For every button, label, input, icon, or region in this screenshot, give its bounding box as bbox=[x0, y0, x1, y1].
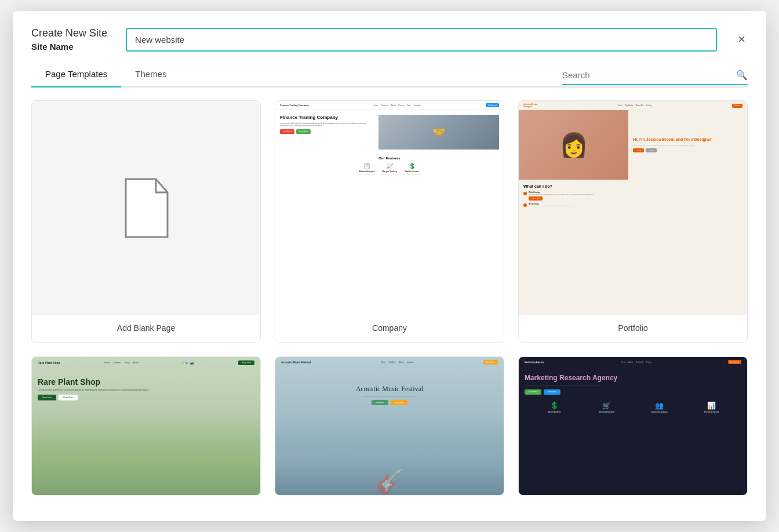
music-nav: Acoustic Music Festival HomeTimelineAbou… bbox=[275, 357, 504, 367]
marketing-hero-content: Marketing Research Agency Lorem ipsum do… bbox=[519, 367, 747, 418]
plant-hero-desc: Lorem ipsum dolor sit amet dolor, consec… bbox=[38, 389, 254, 391]
portfolio-nav-logo: Jessica BrownDesigner bbox=[523, 103, 538, 108]
templates-grid-top: Add Blank Page Finance Trading Company H… bbox=[31, 100, 748, 342]
music-hero-desc: Lorem ipsum dolor sit amet. Quisque et f… bbox=[281, 395, 498, 397]
blank-page-icon bbox=[120, 176, 172, 240]
company-features-title: Our Features bbox=[280, 156, 499, 160]
marketing-hero-title: Marketing Research Agency bbox=[525, 374, 741, 382]
plant-nav: Rare Plant Shop HomeFeaturesShopAbout f🐦… bbox=[32, 357, 260, 369]
marketing-feature-3: 👥 Competitor Analysis bbox=[635, 402, 683, 413]
company-features-grid: 📋 Market Analysis Lorem ipsum dolor sit … bbox=[280, 163, 499, 175]
market-analysis-icon: 📋 bbox=[358, 163, 376, 169]
template-card-music[interactable]: Acoustic Music Festival HomeTimelineAbou… bbox=[275, 356, 504, 495]
portfolio-skill-web-btn: See my Jobs bbox=[529, 196, 543, 201]
tab-page-templates[interactable]: Page Templates bbox=[31, 63, 121, 88]
company-hero-title: Finance Trading Company bbox=[280, 115, 374, 121]
company-feature-1-name: Market Analysis bbox=[358, 170, 376, 173]
marketing-feature-3-name: Competitor Analysis bbox=[635, 411, 683, 413]
portfolio-hero-btns: My Jobs Contact bbox=[633, 148, 742, 152]
template-card-marketing[interactable]: Marketing Agency HomeAboutResearchPricin… bbox=[518, 356, 748, 495]
portfolio-hero-desc: Lorem ipsum dolor sit amet, consectetur … bbox=[633, 144, 742, 146]
company-features: Our Features 📋 Market Analysis Lorem ips… bbox=[275, 153, 504, 178]
company-feature-2-desc: Lorem ipsum dolor sit amet. bbox=[381, 173, 399, 175]
portfolio-skill-dot-1 bbox=[523, 192, 527, 195]
portfolio-skill-web-desc: Use Mobirise website building software t… bbox=[529, 194, 594, 195]
site-name-label: Site Name bbox=[31, 42, 107, 52]
portfolio-skill-art-desc: Lorem ipsum dolor sit amet, consectetur … bbox=[529, 205, 574, 207]
portfolio-skill-art-content: Art Design Lorem ipsum dolor sit amet, c… bbox=[529, 203, 574, 207]
template-card-blank[interactable]: Add Blank Page bbox=[31, 100, 261, 342]
marketing-nav-cta: Get Started bbox=[728, 360, 741, 364]
company-hero-desc: Lorem ipsum dolor sit amet, consectetur … bbox=[280, 122, 374, 127]
company-preview-inner: Finance Trading Company HomeFeaturesAbou… bbox=[275, 101, 504, 315]
company-feature-3-desc: Lorem ipsum dolor sit amet. bbox=[403, 173, 421, 175]
portfolio-nav-cta: Contact bbox=[732, 104, 742, 108]
template-card-portfolio[interactable]: Jessica BrownDesigner HomeMy WorksAbout … bbox=[518, 100, 748, 342]
margin-trading-icon: 📈 bbox=[381, 163, 399, 169]
portfolio-skill-art: Art Design Lorem ipsum dolor sit amet, c… bbox=[523, 203, 742, 207]
music-preview: Acoustic Music Festival HomeTimelineAbou… bbox=[275, 357, 504, 495]
company-nav: Finance Trading Company HomeFeaturesAbou… bbox=[275, 101, 504, 110]
music-preview-inner: Acoustic Music Festival HomeTimelineAbou… bbox=[275, 357, 504, 495]
company-hero-text: Finance Trading Company Lorem ipsum dolo… bbox=[280, 115, 374, 134]
company-feature-3-name: Stable Income bbox=[403, 170, 421, 173]
portfolio-cta1: My Jobs bbox=[633, 148, 644, 152]
marketing-feature-4-name: Research Results bbox=[688, 411, 736, 413]
modal-header: Create New Site Site Name × bbox=[31, 27, 748, 52]
company-feature-2: 📈 Margin Trading Lorem ipsum dolor sit a… bbox=[381, 163, 399, 175]
company-nav-logo: Finance Trading Company bbox=[280, 104, 309, 107]
music-hero-content: Acoustic Music Festival Lorem ipsum dolo… bbox=[275, 367, 504, 411]
marketing-feature-1: 💲 Market Analysis bbox=[530, 402, 578, 413]
portfolio-preview: Jessica BrownDesigner HomeMy WorksAbout … bbox=[519, 101, 747, 315]
marketing-feature-4-icon: 📊 bbox=[688, 402, 736, 410]
blank-preview bbox=[32, 101, 260, 315]
music-btn1: Read More bbox=[372, 400, 388, 405]
portfolio-skills-left: What can i do? Web Design Use Mobirise w… bbox=[523, 184, 742, 209]
marketing-features: 💲 Market Analysis 🛒 Demand Research 👥 C bbox=[525, 402, 741, 413]
company-hero-btns: Get Started Read More bbox=[280, 129, 374, 134]
company-label: Company bbox=[275, 315, 504, 342]
marketing-nav: Marketing Agency HomeAboutResearchPricin… bbox=[519, 357, 747, 367]
portfolio-hero-text: Hi, I'm Jessica Brown and I'm a Designer… bbox=[628, 110, 747, 180]
company-preview: Finance Trading Company HomeFeaturesAbou… bbox=[275, 101, 504, 315]
portfolio-hero-img bbox=[519, 110, 628, 180]
blank-page-label: Add Blank Page bbox=[32, 315, 260, 342]
company-nav-links: HomeFeaturesAboutPricingTeamContacts bbox=[374, 104, 421, 107]
music-person-figure: 🎸 bbox=[375, 468, 404, 495]
marketing-feature-2-icon: 🛒 bbox=[583, 402, 631, 410]
marketing-feature-4: 📊 Research Results bbox=[688, 402, 736, 413]
tabs-search-row: Page Templates Themes 🔍 bbox=[31, 63, 748, 88]
company-cta1: Get Started bbox=[280, 129, 294, 134]
portfolio-nav: Jessica BrownDesigner HomeMy WorksAbout … bbox=[519, 101, 747, 110]
company-feature-2-name: Margin Trading bbox=[381, 170, 399, 173]
company-cta2: Read More bbox=[296, 129, 311, 134]
modal-title-block: Create New Site Site Name bbox=[31, 27, 107, 52]
tab-themes[interactable]: Themes bbox=[121, 63, 180, 88]
template-card-company[interactable]: Finance Trading Company HomeFeaturesAbou… bbox=[275, 100, 504, 342]
portfolio-skill-web: Web Design Use Mobirise website building… bbox=[523, 191, 742, 201]
company-feature-3: 💲 Stable Income Lorem ipsum dolor sit am… bbox=[403, 163, 421, 175]
company-hero-img bbox=[378, 115, 499, 150]
portfolio-nav-links: HomeMy WorksAbout MePricing bbox=[618, 104, 651, 107]
template-card-plant[interactable]: Rare Plant Shop HomeFeaturesShopAbout f🐦… bbox=[31, 356, 261, 495]
company-nav-cta: Get Started bbox=[486, 103, 499, 107]
marketing-feature-1-icon: 💲 bbox=[530, 402, 578, 410]
music-nav-cta: Buy Tickets bbox=[483, 360, 498, 365]
close-button[interactable]: × bbox=[736, 33, 748, 46]
marketing-feature-3-icon: 👥 bbox=[635, 402, 683, 410]
search-wrap: 🔍 bbox=[562, 70, 748, 85]
marketing-hero-btns: Get Started Read More bbox=[525, 389, 741, 395]
plant-hero-title: Rare Plant Shop bbox=[38, 378, 254, 387]
portfolio-hero: Hi, I'm Jessica Brown and I'm a Designer… bbox=[519, 110, 747, 180]
create-new-site-modal: Create New Site Site Name × Page Templat… bbox=[13, 11, 766, 521]
search-input[interactable] bbox=[562, 70, 733, 80]
site-name-input[interactable] bbox=[126, 28, 717, 52]
plant-hero-content: Rare Plant Shop Lorem ipsum dolor sit am… bbox=[32, 369, 260, 406]
plant-preview: Rare Plant Shop HomeFeaturesShopAbout f🐦… bbox=[32, 357, 260, 495]
music-nav-links: HomeTimelineAboutLocation bbox=[381, 361, 413, 363]
tabs: Page Templates Themes bbox=[31, 63, 180, 86]
marketing-feature-2-name: Demand Research bbox=[583, 411, 631, 413]
plant-nav-logo: Rare Plant Shop bbox=[38, 361, 60, 365]
portfolio-hero-title: Hi, I'm Jessica Brown and I'm a Designer bbox=[633, 137, 742, 142]
site-name-input-wrap bbox=[126, 28, 717, 52]
